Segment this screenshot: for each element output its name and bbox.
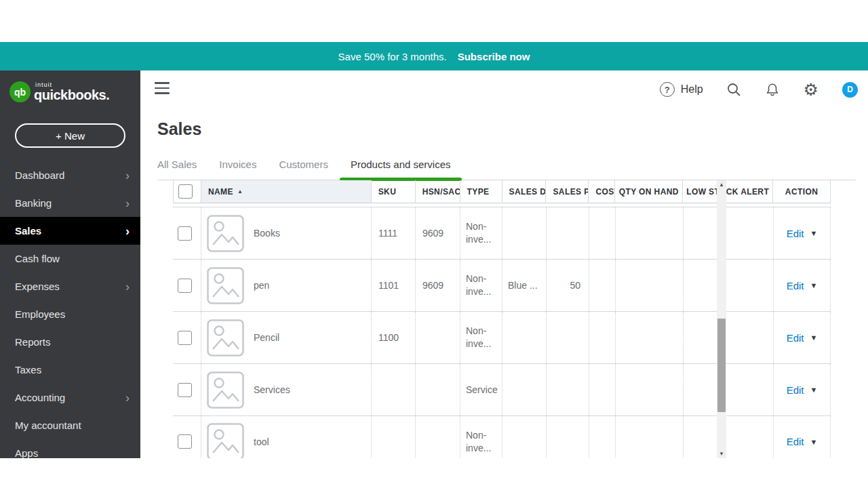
table-row: Books 1111 9609 Non-inve... Edit ▼ bbox=[173, 207, 831, 259]
sales-tabs: All Sales Invoices Customers Products an… bbox=[157, 157, 856, 180]
sidebar-item-my-accountant[interactable]: My accountant › bbox=[0, 411, 140, 439]
sidebar-item-employees[interactable]: Employees › bbox=[0, 300, 140, 328]
column-header-sdesc[interactable]: SALES DE bbox=[502, 180, 547, 203]
new-button[interactable]: + New bbox=[15, 123, 125, 148]
sidebar-item-accounting[interactable]: Accounting › bbox=[0, 384, 140, 411]
sidebar-item-label: Accounting bbox=[15, 392, 125, 403]
sidebar-item-sales[interactable]: Sales › bbox=[0, 217, 140, 245]
sidebar-item-label: Reports bbox=[15, 336, 125, 348]
edit-button[interactable]: Edit bbox=[787, 228, 804, 239]
edit-dropdown-caret-icon[interactable]: ▼ bbox=[810, 386, 817, 394]
chevron-right-icon: › bbox=[125, 169, 130, 182]
cell-type: Non-inve... bbox=[460, 260, 502, 311]
column-header-sprice[interactable]: SALES PR bbox=[546, 180, 589, 203]
cell-sales-price bbox=[546, 364, 589, 415]
vertical-scrollbar[interactable]: ▲ ▼ bbox=[717, 180, 726, 458]
edit-dropdown-caret-icon[interactable]: ▼ bbox=[810, 333, 817, 342]
cell-type: Non-inve... bbox=[460, 312, 502, 363]
help-label: Help bbox=[681, 83, 703, 96]
topbar: ? Help ⚙ D bbox=[140, 70, 868, 108]
cell-hsn bbox=[415, 416, 460, 458]
hamburger-menu-icon[interactable] bbox=[155, 82, 170, 95]
cell-name: tool bbox=[201, 416, 371, 458]
sidebar: qb intuit quickbooks. + New Dashboard › … bbox=[0, 70, 140, 458]
settings-gear-icon[interactable]: ⚙ bbox=[804, 81, 818, 98]
column-header-sku[interactable]: SKU bbox=[372, 180, 416, 203]
user-avatar[interactable]: D bbox=[842, 82, 858, 98]
tab-all-sales[interactable]: All Sales bbox=[157, 157, 197, 180]
cell-sales-description bbox=[502, 207, 546, 259]
cell-name: Books bbox=[201, 207, 371, 259]
row-checkbox[interactable] bbox=[178, 279, 192, 293]
sidebar-item-apps[interactable]: Apps › bbox=[0, 439, 140, 458]
chevron-right-icon: › bbox=[125, 281, 130, 293]
row-checkbox[interactable] bbox=[178, 383, 192, 397]
cell-type: Service bbox=[460, 364, 502, 415]
cell-cost bbox=[589, 364, 615, 415]
edit-dropdown-caret-icon[interactable]: ▼ bbox=[810, 229, 817, 237]
notifications-bell-icon[interactable] bbox=[765, 82, 780, 98]
cell-action: Edit ▼ bbox=[773, 416, 831, 458]
column-header-name[interactable]: NAME▲ bbox=[201, 180, 372, 203]
cell-sku: 1111 bbox=[371, 207, 415, 259]
cell-type: Non-inve... bbox=[460, 416, 502, 458]
sidebar-item-reports[interactable]: Reports › bbox=[0, 328, 140, 356]
column-header-hsn[interactable]: HSN/SAC bbox=[416, 180, 460, 203]
cell-sales-description bbox=[502, 364, 546, 415]
sidebar-item-taxes[interactable]: Taxes › bbox=[0, 356, 140, 384]
cell-sku bbox=[371, 364, 415, 415]
scroll-down-arrow-icon[interactable]: ▼ bbox=[717, 449, 726, 458]
sidebar-item-label: Employees bbox=[15, 308, 125, 320]
edit-dropdown-caret-icon[interactable]: ▼ bbox=[810, 438, 817, 446]
cell-hsn bbox=[415, 312, 460, 363]
sidebar-item-label: Cash flow bbox=[15, 253, 125, 264]
edit-button[interactable]: Edit bbox=[787, 436, 804, 447]
chevron-right-icon: › bbox=[125, 225, 130, 237]
column-header-qty[interactable]: QTY ON HAND bbox=[615, 180, 683, 203]
sidebar-item-cash-flow[interactable]: Cash flow › bbox=[0, 245, 140, 272]
cell-sales-description bbox=[502, 416, 546, 458]
cell-cost bbox=[589, 416, 615, 458]
row-checkbox[interactable] bbox=[178, 434, 192, 449]
cell-action: Edit ▼ bbox=[773, 260, 831, 311]
select-all-checkbox[interactable] bbox=[178, 184, 193, 199]
table-row: Pencil 1100 Non-inve... Edit ▼ bbox=[173, 311, 831, 363]
product-image-placeholder-icon bbox=[207, 319, 244, 357]
column-header-type[interactable]: TYPE bbox=[460, 180, 502, 203]
edit-button[interactable]: Edit bbox=[787, 384, 804, 396]
cell-sales-price bbox=[546, 312, 589, 363]
edit-button[interactable]: Edit bbox=[787, 280, 804, 291]
cell-low-stock-alert bbox=[683, 260, 773, 311]
tab-invoices[interactable]: Invoices bbox=[219, 157, 256, 180]
help-icon: ? bbox=[660, 82, 675, 97]
chevron-right-icon: › bbox=[125, 392, 130, 404]
tab-products-and-services[interactable]: Products and services bbox=[351, 157, 451, 180]
column-header-action[interactable]: ACTION bbox=[773, 180, 831, 203]
edit-button[interactable]: Edit bbox=[787, 332, 804, 344]
cell-sku: 1101 bbox=[371, 260, 415, 311]
page-title: Sales bbox=[157, 119, 201, 139]
sidebar-nav: Dashboard › Banking › Sales › Cash flow … bbox=[0, 161, 140, 458]
cell-hsn bbox=[415, 364, 460, 415]
search-icon[interactable] bbox=[726, 82, 741, 97]
row-checkbox[interactable] bbox=[178, 331, 192, 345]
tab-customers[interactable]: Customers bbox=[279, 157, 328, 180]
cell-name: Services bbox=[201, 364, 371, 415]
column-header-cost[interactable]: COST bbox=[589, 180, 615, 203]
sidebar-item-banking[interactable]: Banking › bbox=[0, 189, 140, 217]
sidebar-item-dashboard[interactable]: Dashboard › bbox=[0, 161, 140, 189]
scroll-up-arrow-icon[interactable]: ▲ bbox=[717, 180, 726, 189]
sidebar-item-label: Expenses bbox=[15, 281, 125, 292]
cell-qty-on-hand bbox=[615, 260, 683, 311]
cell-action: Edit ▼ bbox=[773, 207, 831, 259]
sidebar-item-expenses[interactable]: Expenses › bbox=[0, 272, 140, 300]
chevron-right-icon: › bbox=[125, 197, 130, 209]
row-checkbox[interactable] bbox=[178, 226, 192, 241]
scrollbar-thumb[interactable] bbox=[717, 319, 726, 412]
cell-sales-description: Blue ... bbox=[502, 260, 546, 311]
edit-dropdown-caret-icon[interactable]: ▼ bbox=[810, 281, 817, 289]
cell-qty-on-hand bbox=[615, 364, 683, 415]
subscribe-now-link[interactable]: Subscribe now bbox=[458, 51, 530, 62]
column-header-low[interactable]: LOW STOCK ALERT bbox=[683, 180, 773, 203]
help-button[interactable]: ? Help bbox=[660, 82, 703, 97]
